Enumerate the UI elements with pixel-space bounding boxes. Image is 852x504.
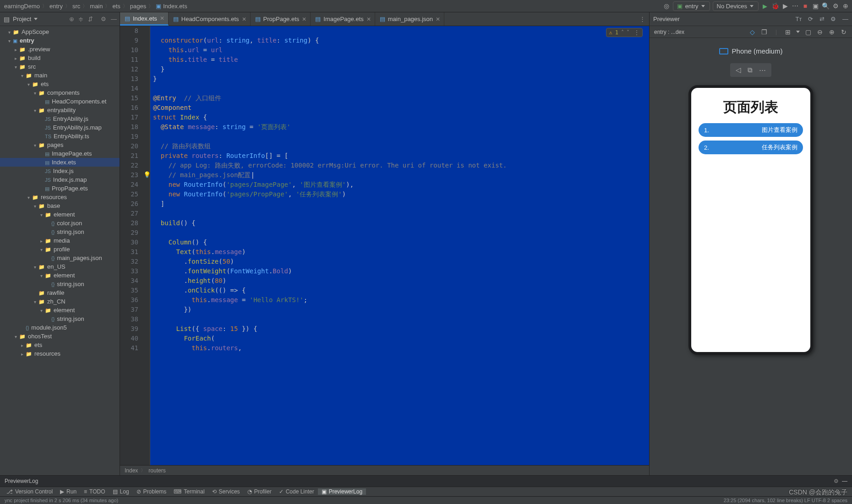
more-icon[interactable]: ⋯ [759,66,766,74]
tree-folder[interactable]: ▾📁element [0,306,120,314]
tree-folder[interactable]: ▾📁components [0,88,120,97]
tree-folder[interactable]: ▸📁media [0,236,120,245]
more-icon[interactable]: ⊕ [842,2,849,10]
tree-file[interactable]: JSIndex.js.map [0,175,120,184]
bottom-tab-log[interactable]: ▤Log [109,488,133,495]
tree-folder[interactable]: ▾📁element [0,210,120,219]
rotate-icon[interactable]: ↻ [840,28,847,36]
sync-icon[interactable]: ⇄ [819,16,825,22]
phone-preview[interactable]: 页面列表 1.图片查看案例2.任务列表案例 [688,85,813,355]
preview-list-item[interactable]: 1.图片查看案例 [699,123,803,137]
tree-folder[interactable]: ▾📁resources [0,193,120,201]
gear-icon[interactable]: ⚙ [834,478,839,484]
gear-icon[interactable]: ⚙ [830,16,836,22]
breadcrumb-item[interactable]: entry [48,3,64,10]
tree-folder[interactable]: ▾📁entryability [0,106,120,114]
editor-tab[interactable]: ▤ImagePage.ets✕ [311,12,375,26]
collapse-icon[interactable]: ⇵ [88,16,93,22]
bottom-tab-previewerlog[interactable]: ▣PreviewerLog [318,488,366,495]
gear-icon[interactable]: ⚙ [101,16,106,22]
tree-folder[interactable]: ▾📁element [0,271,120,280]
preview-list-item[interactable]: 2.任务列表案例 [699,141,803,154]
run-icon[interactable]: ▶ [761,2,769,10]
back-icon[interactable]: ◁ [736,66,741,74]
hide-icon[interactable]: — [842,16,848,22]
hide-icon[interactable]: — [842,478,847,484]
breadcrumb-item[interactable]: pages [129,3,147,10]
zoom-in-icon[interactable]: ⊕ [828,28,836,36]
fit-icon[interactable]: ▢ [804,28,812,36]
close-icon[interactable]: ✕ [242,16,246,22]
tree-folder[interactable]: ▾▣entry [0,36,120,45]
tree-folder[interactable]: ▾📁profile [0,245,120,254]
tree-file[interactable]: ▤Index.ets [0,158,120,167]
tree-folder[interactable]: ▸📁ets [0,341,120,349]
bottom-tab-code-linter[interactable]: ✓Code Linter [275,488,318,495]
project-view-icon[interactable]: ▤ [3,16,10,23]
tree-folder[interactable]: ▾📁zh_CN [0,297,120,306]
bottom-tab-terminal[interactable]: ⌨Terminal [170,488,208,495]
device-select[interactable]: No Devices [713,1,759,11]
expand-icon[interactable]: ≑ [78,16,83,22]
locate-icon[interactable]: ⊕ [69,16,74,22]
tree-folder[interactable]: ▾📁ets [0,80,120,88]
tree-file[interactable]: {}color.json [0,219,120,228]
bottom-tab-problems[interactable]: ⊘Problems [133,488,170,495]
tree-file[interactable]: JSEntryAbility.js.map [0,123,120,132]
tree-file[interactable]: JSIndex.js [0,167,120,175]
close-icon[interactable]: ✕ [366,16,371,22]
tree-folder[interactable]: ▾📁pages [0,141,120,149]
breadcrumb-item[interactable]: earningDemo [3,3,41,10]
orientation-icon[interactable]: ⧉ [748,66,753,74]
tree-folder[interactable]: ▸📁resources [0,349,120,358]
tree-folder[interactable]: ▸📁.preview [0,45,120,54]
tree-file[interactable]: {}string.json [0,314,120,323]
intention-bulb-icon[interactable]: 💡 [143,171,151,178]
editor-tab[interactable]: ▤main_pages.json✕ [375,12,444,26]
close-icon[interactable]: ✕ [160,15,164,22]
tree-file[interactable]: TSEntryAbility.ts [0,132,120,141]
tree-file[interactable]: ▤ImagePage.ets [0,149,120,158]
run-config-select[interactable]: ▣entry [673,1,710,11]
tree-file[interactable]: 📁rawfile [0,288,120,297]
line-gutter[interactable]: 8 9 10 11 12 13 14 15 16 17 18 19 20 21 … [120,26,144,465]
debug-icon[interactable]: 🐞 [771,2,779,10]
editor-breadcrumb[interactable]: Index〉routers [120,465,649,475]
target-icon[interactable]: ◎ [663,2,670,10]
tree-file[interactable]: JSEntryAbility.js [0,114,120,123]
tree-file[interactable]: {}module.json5 [0,323,120,332]
close-icon[interactable]: ✕ [436,16,440,22]
refresh-icon[interactable]: ⟳ [808,16,813,22]
breadcrumb-item[interactable]: ▣ Index.ets [154,3,188,10]
bottom-tab-version-control[interactable]: ⎇Version Control [3,488,56,495]
chevron-down-icon[interactable] [34,18,38,20]
tree-file[interactable]: ▤HeadComponents.et [0,97,120,106]
zoom-out-icon[interactable]: ⊖ [816,28,824,36]
search-icon[interactable]: 🔍 [822,2,829,10]
breadcrumb-item[interactable]: main [88,3,104,10]
close-icon[interactable]: ✕ [302,16,306,22]
bottom-tab-todo[interactable]: ≡TODO [80,488,109,495]
tree-folder[interactable]: ▾📁main [0,71,120,80]
bottom-tab-run[interactable]: ▶Run [56,488,80,495]
log-panel-header[interactable]: PreviewerLog ⚙ — [0,475,852,487]
layers-icon[interactable]: ❐ [761,28,768,36]
bottom-tab-services[interactable]: ⟲Services [208,488,244,495]
project-tree[interactable]: ▾📁AppScope▾▣entry▸📁.preview▸📁build▾📁src▾… [0,26,120,358]
tree-file[interactable]: {}string.json [0,228,120,236]
coverage-icon[interactable]: ▶ [781,2,789,10]
editor-tab[interactable]: ▤PropPage.ets✕ [251,12,311,26]
tree-folder[interactable]: ▾📁en_US [0,262,120,271]
hide-icon[interactable]: — [111,16,117,22]
attach-icon[interactable]: ⋯ [792,2,799,10]
inspection-widget[interactable]: ⚠1 ˄˅ ⋮ [606,28,643,37]
preview-entry[interactable]: entry : ...dex [654,29,684,35]
grid-icon[interactable]: ⊞ [784,28,792,36]
inspect-icon[interactable]: ◇ [749,28,756,36]
breadcrumb-item[interactable]: src [71,3,82,10]
tree-file[interactable]: {}main_pages.json [0,254,120,262]
stop-icon[interactable]: ■ [802,2,809,10]
editor-tab[interactable]: ▤Index.ets✕ [120,12,169,26]
code-editor[interactable]: 8 9 10 11 12 13 14 15 16 17 18 19 20 21 … [120,26,649,465]
font-icon[interactable]: Tт [796,16,802,22]
